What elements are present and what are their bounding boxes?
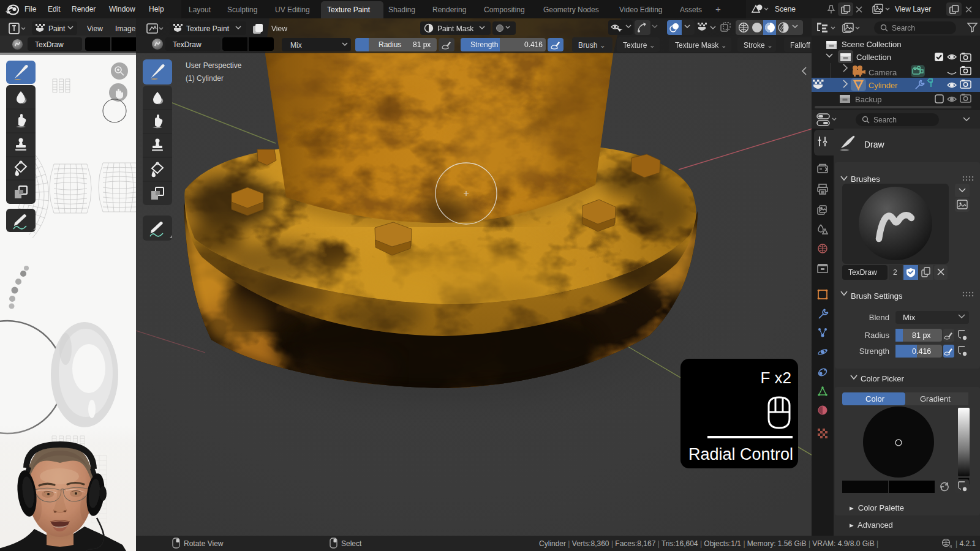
svg-text:TexDraw: TexDraw (848, 268, 877, 277)
svg-text:Radius: Radius (865, 331, 890, 340)
svg-text:81 px: 81 px (912, 331, 931, 340)
svg-text:Collection: Collection (856, 53, 891, 62)
svg-text:Mix: Mix (903, 313, 916, 322)
svg-text:Brushes: Brushes (851, 174, 880, 184)
svg-text:0.416: 0.416 (912, 347, 931, 356)
svg-text:Camera: Camera (869, 68, 897, 77)
svg-text:Cylinder: Cylinder (869, 81, 898, 90)
svg-text:Blend: Blend (869, 313, 889, 322)
svg-text:Color: Color (865, 394, 885, 403)
svg-text:Draw: Draw (864, 140, 885, 149)
svg-text:2: 2 (893, 268, 897, 277)
svg-text:Gradient: Gradient (920, 394, 951, 403)
svg-text:Backup: Backup (855, 95, 881, 104)
svg-text:Brush Settings: Brush Settings (851, 291, 903, 301)
svg-text:4: 4 (949, 544, 952, 549)
svg-text:Scene Collection: Scene Collection (842, 40, 902, 49)
svg-text:Color Picker: Color Picker (861, 374, 904, 383)
svg-text:Strength: Strength (859, 347, 889, 356)
